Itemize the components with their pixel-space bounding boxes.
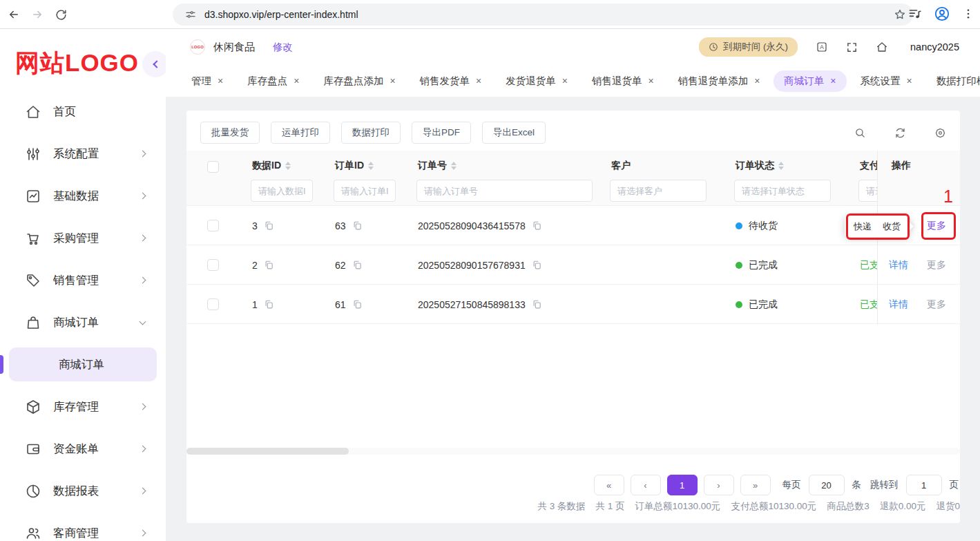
sort-icon[interactable] [451,162,457,170]
summary-total-pages: 共 1 页 [596,500,625,513]
sort-icon[interactable] [285,162,291,170]
copy-icon[interactable] [264,260,274,270]
profile-avatar-icon[interactable] [934,6,950,22]
reading-list-icon[interactable] [908,7,922,21]
copy-icon[interactable] [352,260,363,270]
sidebar-item-funds[interactable]: 资金账单 [0,428,166,470]
close-icon[interactable] [476,76,481,86]
site-settings-icon[interactable] [185,9,196,20]
copy-icon[interactable] [532,220,542,231]
search-icon[interactable] [854,127,866,139]
filter-order-no-input[interactable] [416,180,593,202]
sidebar-item-reports[interactable]: 数据报表 [0,470,166,512]
close-icon[interactable] [390,76,395,86]
refresh-icon[interactable] [894,127,906,139]
filter-order-status-select[interactable] [734,180,831,202]
column-header-order-status[interactable]: 订单状态 [736,160,784,172]
per-page-input[interactable] [809,475,845,495]
site-logo: 网站LOGO [15,47,139,79]
sort-icon[interactable] [778,162,784,170]
browser-forward-icon[interactable] [29,6,46,23]
copy-icon[interactable] [264,299,274,310]
next-page-button[interactable]: › [704,475,734,495]
sort-icon[interactable] [368,162,374,170]
column-header-data-id[interactable]: 数据ID [252,160,291,172]
close-icon[interactable] [562,76,568,86]
browser-menu-icon[interactable] [962,8,974,20]
browser-reload-icon[interactable] [52,6,69,23]
last-page-button[interactable]: » [740,475,771,495]
tab-stocktake-add[interactable]: 库存盘点添加 [313,70,405,92]
copy-icon[interactable] [532,260,542,270]
prev-page-button[interactable]: ‹ [631,475,661,495]
copy-icon[interactable] [264,220,274,231]
tab-sales-return-add[interactable]: 销售退货单添加 [668,70,771,92]
tab-print-template[interactable]: 数据打印模板 [926,70,980,92]
status-dot [736,222,742,229]
tab-system-settings[interactable]: 系统设置 [850,70,923,92]
export-excel-button[interactable]: 导出Excel [482,122,546,144]
column-header-order-no[interactable]: 订单号 [418,160,457,172]
sidebar-item-sales[interactable]: 销售管理 [0,259,166,301]
close-icon[interactable] [218,76,223,86]
copy-icon[interactable] [532,299,542,310]
tab-manage[interactable]: 管理 [181,70,233,92]
export-pdf-button[interactable]: 导出PDF [412,122,471,144]
row-checkbox[interactable] [207,259,219,271]
settings-gear-icon[interactable] [934,127,946,139]
jump-page-input[interactable] [906,475,942,495]
url-text[interactable]: d3.shopxo.vip/erp-center-index.html [204,9,358,20]
scrollbar-thumb[interactable] [186,448,349,455]
close-icon[interactable] [294,76,299,86]
filter-order-id-input[interactable] [334,180,396,202]
waybill-print-button[interactable]: 运单打印 [271,122,330,144]
tab-mall-orders-active[interactable]: 商城订单 [774,70,846,92]
receive-link[interactable]: 收货 [883,220,901,233]
sidebar-item-purchase[interactable]: 采购管理 [0,217,166,259]
fullscreen-icon[interactable] [846,41,858,53]
browser-back-icon[interactable] [6,6,22,23]
bookmark-star-icon[interactable] [894,8,906,21]
copy-icon[interactable] [352,220,363,231]
address-bar[interactable]: d3.shopxo.vip/erp-center-index.html [173,3,913,26]
sidebar-collapse-button[interactable] [142,51,169,77]
sidebar-item-inventory[interactable]: 库存管理 [0,386,166,428]
select-all-checkbox[interactable] [207,161,219,173]
sidebar-item-customers[interactable]: 客商管理 [0,512,166,541]
first-page-button[interactable]: « [594,475,624,495]
batch-ship-button[interactable]: 批量发货 [200,122,260,144]
more-link[interactable]: 更多 [927,245,946,285]
horizontal-scrollbar[interactable] [186,448,960,455]
close-icon[interactable] [830,76,836,86]
detail-link[interactable]: 详情 [889,245,908,285]
data-print-button[interactable]: 数据打印 [341,122,401,144]
sidebar-subitem-mall-orders-active[interactable]: 商城订单 [9,348,157,381]
filter-customer-select[interactable] [610,180,707,202]
more-link[interactable]: 更多 [927,206,946,245]
chevron-right-icon [140,277,146,284]
close-icon[interactable] [648,76,653,86]
close-icon[interactable] [754,76,760,86]
tab-delivery-return[interactable]: 发货退货单 [495,70,578,92]
sidebar-item-mall-orders[interactable]: 商城订单 [0,301,166,343]
copy-icon[interactable] [352,299,363,310]
tab-sales-return[interactable]: 销售退货单 [582,70,664,92]
sidebar-item-base-data[interactable]: 基础数据 [0,175,166,217]
tab-stocktake[interactable]: 库存盘点 [237,70,309,92]
tab-sales-delivery[interactable]: 销售发货单 [410,70,492,92]
express-link[interactable]: 快递 [854,220,872,233]
page-1-button[interactable]: 1 [667,475,698,495]
language-icon[interactable]: A [816,41,828,53]
row-checkbox[interactable] [207,220,219,231]
username[interactable]: nancy2025 [910,41,959,53]
close-icon[interactable] [907,76,912,86]
sidebar-item-home[interactable]: 首页 [0,91,166,133]
row-checkbox[interactable] [207,298,219,310]
filter-data-id-input[interactable] [251,180,313,202]
more-link[interactable]: 更多 [927,285,946,324]
sidebar-item-system-config[interactable]: 系统配置 [0,133,166,175]
edit-shop-link[interactable]: 修改 [273,41,293,54]
home-shortcut-icon[interactable] [876,41,888,53]
column-header-order-id[interactable]: 订单ID [335,160,374,172]
detail-link[interactable]: 详情 [889,285,908,324]
